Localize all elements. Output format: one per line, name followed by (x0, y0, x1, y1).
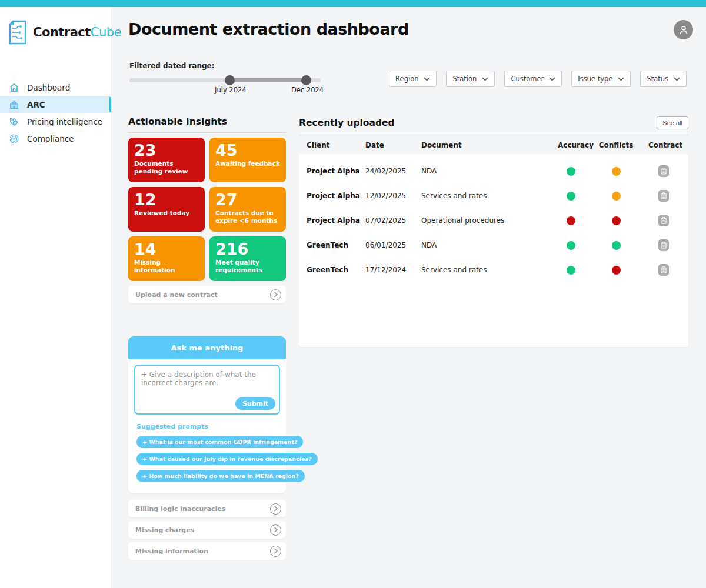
cell-client: Project Alpha (307, 192, 365, 200)
insight-value: 14 (134, 241, 199, 258)
slider-selected-range (229, 78, 306, 82)
document-circuit-icon (7, 20, 28, 45)
table-row[interactable]: Project Alpha 07/02/2025 Operational pro… (299, 208, 688, 233)
sidebar-item-compliance[interactable]: Compliance (0, 130, 111, 147)
prompt-gdpr-infringement[interactable]: + What is our most common GDPR infringem… (136, 436, 303, 448)
table-row[interactable]: Project Alpha 24/02/2025 NDA (299, 159, 688, 183)
slider-handle-end[interactable] (301, 75, 311, 85)
dropdown-customer[interactable]: Customer (504, 71, 562, 87)
home-icon (8, 82, 20, 93)
insight-card-awaiting-feedback[interactable]: 45 Awaiting feedback (209, 138, 286, 182)
building-icon (8, 99, 20, 111)
conflicts-status-dot (612, 266, 621, 275)
insight-label: Missing information (134, 259, 199, 273)
insight-card-documents-pending-review[interactable]: 23 Documents pending review (128, 138, 205, 182)
contract-document-icon[interactable] (658, 264, 669, 276)
insight-value: 23 (134, 142, 199, 159)
cell-date: 12/02/2025 (365, 192, 421, 200)
cell-client: GreenTech (307, 241, 365, 249)
suggested-prompts-title: Suggested prompts (136, 423, 280, 430)
cell-document: Operational procedures (421, 216, 558, 225)
insight-cards: 23 Documents pending review 45 Awaiting … (128, 138, 286, 281)
contract-document-icon[interactable] (658, 165, 669, 177)
chevron-down-icon (674, 77, 680, 81)
column-header-accuracy: Accuracy (558, 141, 584, 149)
cell-document: NDA (421, 167, 558, 175)
dropdown-issue-type[interactable]: Issue type (571, 71, 631, 87)
ask-me-anything-panel: Ask me anything Submit Suggested prompts… (128, 336, 286, 493)
contract-document-icon[interactable] (658, 215, 669, 226)
dropdown-region[interactable]: Region (389, 71, 437, 87)
accordion-label: Billing logic inaccuracies (135, 505, 225, 513)
chevron-down-icon (482, 77, 488, 81)
recently-uploaded-title: Recently uploaded (299, 118, 395, 128)
accuracy-status-dot (567, 192, 575, 201)
conflicts-status-dot (612, 192, 621, 201)
chevron-down-icon (424, 77, 430, 81)
cell-date: 07/02/2025 (365, 216, 421, 225)
conflicts-status-dot (612, 167, 621, 176)
see-all-button[interactable]: See all (657, 116, 688, 129)
cell-date: 06/01/2025 (365, 241, 421, 249)
cell-client: GreenTech (307, 266, 365, 274)
svg-text:£: £ (14, 121, 16, 124)
slider-end-label: Dec 2024 (291, 86, 324, 94)
dropdown-station[interactable]: Station (446, 71, 495, 87)
accordion-billing-logic-inaccuracies[interactable]: Billing logic inaccuracies (128, 500, 286, 517)
contract-document-icon[interactable] (658, 190, 669, 202)
conflicts-status-dot (612, 216, 621, 225)
accordion-missing-charges[interactable]: Missing charges (128, 521, 286, 539)
brand-name: ContractCube (33, 25, 121, 39)
sidebar-item-dashboard[interactable]: Dashboard (0, 79, 111, 96)
insight-value: 216 (215, 241, 280, 258)
insight-card-reviewed-today[interactable]: 12 Reviewed today (128, 187, 205, 232)
filter-dropdowns: Region Station Customer Issue type Statu… (389, 71, 687, 87)
sidebar-item-label: Pricing intelligence (27, 117, 102, 126)
insight-card-meet-quality-requirements[interactable]: 216 Meet quality requirements (209, 236, 286, 281)
sidebar-item-label: Dashboard (27, 83, 70, 92)
table-row[interactable]: GreenTech 17/12/2024 Services and rates (299, 258, 688, 282)
cell-client: Project Alpha (307, 167, 365, 175)
conflicts-status-dot (612, 241, 621, 250)
accuracy-status-dot (567, 241, 575, 250)
accuracy-status-dot (567, 266, 575, 275)
accordion-label: Missing information (135, 547, 208, 555)
table-row[interactable]: Project Alpha 12/02/2025 Services and ra… (299, 183, 688, 208)
user-icon (678, 24, 690, 36)
insight-label: Contracts due to expire <6 months (215, 209, 280, 224)
sidebar-item-arc[interactable]: ARC (0, 96, 111, 113)
dropdown-label: Region (395, 75, 418, 83)
chevron-right-circle-icon (270, 546, 281, 557)
sidebar-item-label: ARC (27, 100, 45, 109)
accuracy-status-dot (567, 216, 575, 225)
sidebar: ContractCube Dashboard ARC (0, 7, 112, 588)
dropdown-label: Status (647, 75, 668, 83)
top-accent-bar (0, 0, 706, 7)
column-header-date: Date (365, 141, 421, 149)
dropdown-status[interactable]: Status (640, 71, 687, 87)
insight-value: 12 (134, 192, 199, 208)
upload-new-contract-button[interactable]: Upload a new contract (128, 286, 286, 303)
contract-document-icon[interactable] (658, 239, 669, 251)
slider-handle-start[interactable] (225, 75, 235, 85)
insight-card-contracts-due-to-expire[interactable]: 27 Contracts due to expire <6 months (209, 187, 286, 232)
price-tag-icon: £ (8, 116, 20, 128)
sidebar-item-pricing-intelligence[interactable]: £ Pricing intelligence (0, 113, 111, 130)
user-avatar[interactable] (674, 20, 693, 39)
prompt-july-dip[interactable]: + What caused our July dip in revenue di… (136, 453, 318, 465)
insight-label: Meet quality requirements (215, 259, 280, 273)
cell-date: 24/02/2025 (365, 167, 421, 175)
cell-client: Project Alpha (307, 216, 365, 225)
accuracy-status-dot (567, 167, 575, 176)
ask-me-anything-header: Ask me anything (128, 336, 286, 359)
submit-button[interactable]: Submit (235, 397, 275, 410)
prompt-mena-liability[interactable]: + How much liability do we have in MENA … (136, 470, 305, 482)
accordion-missing-information[interactable]: Missing information (128, 542, 286, 560)
chevron-right-circle-icon (270, 524, 281, 536)
dropdown-label: Customer (511, 75, 544, 83)
date-range-slider[interactable] (129, 75, 321, 85)
table-row[interactable]: GreenTech 06/01/2025 NDA (299, 233, 688, 258)
divider (128, 132, 286, 133)
upload-label: Upload a new contract (135, 291, 218, 299)
insight-card-missing-information[interactable]: 14 Missing information (128, 236, 205, 281)
